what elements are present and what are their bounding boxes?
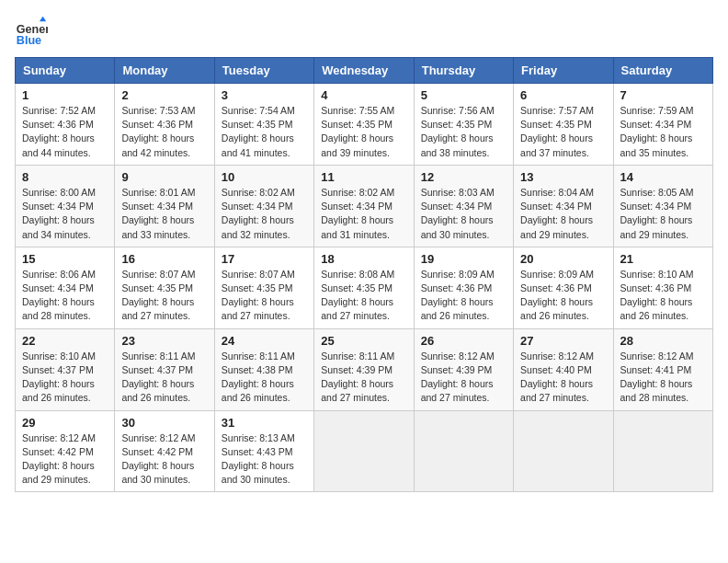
calendar-cell: 15 Sunrise: 8:06 AM Sunset: 4:34 PM Dayl… <box>16 247 115 328</box>
day-info: Sunrise: 8:08 AM Sunset: 4:35 PM Dayligh… <box>321 268 406 324</box>
calendar-cell: 27 Sunrise: 8:12 AM Sunset: 4:40 PM Dayl… <box>514 328 613 410</box>
day-number: 2 <box>121 88 207 102</box>
day-info: Sunrise: 7:56 AM Sunset: 4:35 PM Dayligh… <box>421 104 506 160</box>
sunset-label: Sunset: 4:34 PM <box>620 201 692 212</box>
sunrise-label: Sunrise: 8:09 AM <box>421 269 495 280</box>
sunrise-label: Sunrise: 8:01 AM <box>121 187 195 198</box>
sunrise-label: Sunrise: 7:53 AM <box>121 105 195 116</box>
calendar-cell: 23 Sunrise: 8:11 AM Sunset: 4:37 PM Dayl… <box>115 328 214 410</box>
day-info: Sunrise: 8:06 AM Sunset: 4:34 PM Dayligh… <box>22 268 108 324</box>
day-number: 26 <box>421 334 506 348</box>
calendar-cell: 25 Sunrise: 8:11 AM Sunset: 4:39 PM Dayl… <box>314 328 414 410</box>
calendar-cell: 29 Sunrise: 8:12 AM Sunset: 4:42 PM Dayl… <box>16 410 115 492</box>
daylight-label: Daylight: 8 hours and 27 minutes. <box>421 378 494 403</box>
svg-marker-2 <box>40 17 46 21</box>
header-thursday: Thursday <box>414 58 513 84</box>
calendar-cell: 11 Sunrise: 8:02 AM Sunset: 4:34 PM Dayl… <box>314 165 414 247</box>
daylight-label: Daylight: 8 hours and 42 minutes. <box>121 132 194 157</box>
daylight-label: Daylight: 8 hours and 30 minutes. <box>421 214 494 239</box>
calendar-cell: 19 Sunrise: 8:09 AM Sunset: 4:36 PM Dayl… <box>414 247 513 328</box>
day-info: Sunrise: 8:09 AM Sunset: 4:36 PM Dayligh… <box>520 268 606 324</box>
sunset-label: Sunset: 4:36 PM <box>520 282 592 293</box>
day-number: 7 <box>620 88 706 102</box>
calendar-cell <box>613 410 712 492</box>
sunrise-label: Sunrise: 8:12 AM <box>620 350 694 362</box>
calendar-cell: 30 Sunrise: 8:12 AM Sunset: 4:42 PM Dayl… <box>115 410 214 492</box>
sunset-label: Sunset: 4:35 PM <box>321 282 392 293</box>
day-number: 29 <box>22 416 108 430</box>
day-info: Sunrise: 8:07 AM Sunset: 4:35 PM Dayligh… <box>222 268 307 324</box>
sunrise-label: Sunrise: 8:12 AM <box>22 432 96 443</box>
page-header: General Blue <box>15 15 713 48</box>
sunset-label: Sunset: 4:43 PM <box>222 446 293 457</box>
daylight-label: Daylight: 8 hours and 38 minutes. <box>421 132 494 157</box>
sunrise-label: Sunrise: 8:11 AM <box>121 350 195 362</box>
sunrise-label: Sunrise: 8:06 AM <box>22 269 96 280</box>
daylight-label: Daylight: 8 hours and 27 minutes. <box>321 378 393 403</box>
day-info: Sunrise: 8:11 AM Sunset: 4:38 PM Dayligh… <box>222 350 307 406</box>
day-info: Sunrise: 8:12 AM Sunset: 4:40 PM Dayligh… <box>520 350 606 406</box>
day-info: Sunrise: 8:12 AM Sunset: 4:39 PM Dayligh… <box>421 350 506 406</box>
day-info: Sunrise: 8:13 AM Sunset: 4:43 PM Dayligh… <box>222 431 307 488</box>
daylight-label: Daylight: 8 hours and 27 minutes. <box>321 296 393 321</box>
day-info: Sunrise: 8:05 AM Sunset: 4:34 PM Dayligh… <box>620 186 706 242</box>
day-number: 1 <box>22 88 108 102</box>
day-info: Sunrise: 7:57 AM Sunset: 4:35 PM Dayligh… <box>520 104 606 160</box>
weekday-header-row: Sunday Monday Tuesday Wednesday Thursday… <box>16 58 713 84</box>
calendar-cell: 31 Sunrise: 8:13 AM Sunset: 4:43 PM Dayl… <box>214 410 313 492</box>
day-info: Sunrise: 8:04 AM Sunset: 4:34 PM Dayligh… <box>520 186 606 242</box>
calendar-cell: 1 Sunrise: 7:52 AM Sunset: 4:36 PM Dayli… <box>16 84 115 166</box>
sunset-label: Sunset: 4:37 PM <box>121 364 193 375</box>
day-number: 3 <box>222 88 307 102</box>
sunset-label: Sunset: 4:42 PM <box>121 446 193 457</box>
logo: General Blue <box>15 15 48 48</box>
sunset-label: Sunset: 4:36 PM <box>121 119 193 130</box>
sunset-label: Sunset: 4:39 PM <box>421 364 493 375</box>
daylight-label: Daylight: 8 hours and 27 minutes. <box>222 296 294 321</box>
sunrise-label: Sunrise: 8:09 AM <box>520 269 594 280</box>
calendar-cell: 20 Sunrise: 8:09 AM Sunset: 4:36 PM Dayl… <box>514 247 613 328</box>
day-number: 21 <box>620 252 706 266</box>
sunset-label: Sunset: 4:42 PM <box>22 446 94 457</box>
day-number: 30 <box>121 416 207 430</box>
sunrise-label: Sunrise: 7:56 AM <box>421 105 495 116</box>
calendar-cell: 16 Sunrise: 8:07 AM Sunset: 4:35 PM Dayl… <box>115 247 214 328</box>
sunset-label: Sunset: 4:39 PM <box>321 364 392 375</box>
calendar-cell: 26 Sunrise: 8:12 AM Sunset: 4:39 PM Dayl… <box>414 328 513 410</box>
calendar-cell: 24 Sunrise: 8:11 AM Sunset: 4:38 PM Dayl… <box>214 328 313 410</box>
calendar-row: 15 Sunrise: 8:06 AM Sunset: 4:34 PM Dayl… <box>16 247 713 328</box>
daylight-label: Daylight: 8 hours and 26 minutes. <box>121 378 194 403</box>
calendar-row: 8 Sunrise: 8:00 AM Sunset: 4:34 PM Dayli… <box>16 165 713 247</box>
day-number: 10 <box>222 170 307 184</box>
sunset-label: Sunset: 4:35 PM <box>222 119 293 130</box>
day-number: 24 <box>222 334 307 348</box>
sunset-label: Sunset: 4:34 PM <box>222 201 293 212</box>
sunset-label: Sunset: 4:41 PM <box>620 364 692 375</box>
sunset-label: Sunset: 4:36 PM <box>620 282 692 293</box>
sunrise-label: Sunrise: 8:11 AM <box>321 350 394 362</box>
calendar-row: 22 Sunrise: 8:10 AM Sunset: 4:37 PM Dayl… <box>16 328 713 410</box>
header-tuesday: Tuesday <box>214 58 313 84</box>
sunset-label: Sunset: 4:38 PM <box>222 364 293 375</box>
sunset-label: Sunset: 4:35 PM <box>121 282 193 293</box>
sunrise-label: Sunrise: 8:11 AM <box>222 350 295 362</box>
day-info: Sunrise: 8:10 AM Sunset: 4:36 PM Dayligh… <box>620 268 706 324</box>
day-info: Sunrise: 7:55 AM Sunset: 4:35 PM Dayligh… <box>321 104 406 160</box>
daylight-label: Daylight: 8 hours and 26 minutes. <box>620 296 693 321</box>
sunset-label: Sunset: 4:40 PM <box>520 364 592 375</box>
calendar-cell <box>514 410 613 492</box>
day-number: 9 <box>121 170 207 184</box>
day-info: Sunrise: 7:53 AM Sunset: 4:36 PM Dayligh… <box>121 104 207 160</box>
sunrise-label: Sunrise: 7:52 AM <box>22 105 96 116</box>
day-number: 20 <box>520 252 606 266</box>
day-number: 12 <box>421 170 506 184</box>
sunrise-label: Sunrise: 8:12 AM <box>421 350 495 362</box>
day-info: Sunrise: 8:02 AM Sunset: 4:34 PM Dayligh… <box>321 186 406 242</box>
header-monday: Monday <box>115 58 214 84</box>
day-info: Sunrise: 8:10 AM Sunset: 4:37 PM Dayligh… <box>22 350 108 406</box>
calendar-row: 29 Sunrise: 8:12 AM Sunset: 4:42 PM Dayl… <box>16 410 713 492</box>
daylight-label: Daylight: 8 hours and 26 minutes. <box>222 378 294 403</box>
day-info: Sunrise: 8:07 AM Sunset: 4:35 PM Dayligh… <box>121 268 207 324</box>
sunrise-label: Sunrise: 7:55 AM <box>321 105 394 116</box>
calendar-cell: 28 Sunrise: 8:12 AM Sunset: 4:41 PM Dayl… <box>613 328 712 410</box>
